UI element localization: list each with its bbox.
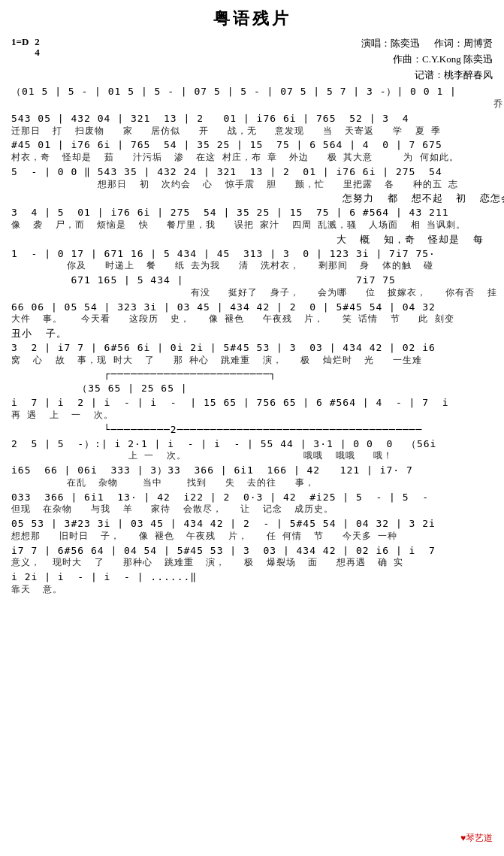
lyrics-line-17: 在乱 杂物 当中 找到 失 去的往 事，	[11, 477, 493, 489]
music-line-16: 2 5 | 5 -）:| i 2·1 | i - | i - | 55 44 |…	[11, 438, 493, 451]
music-line-18: 033 366 | 6i1 13· | 42 i22 | 2 0·3 | 42 …	[11, 492, 493, 504]
music-line-1: 543 05 | 432 04 | 321 13 | 2 01 | i76 6i…	[11, 113, 493, 126]
notation-block-13: （35 65 | 25 65 |	[11, 383, 493, 395]
lyrics-line-9: 大件 事。 今天看 这段历 史， 像 褪色 午夜残 片， 笑 话情 节 此 刻变	[11, 313, 493, 325]
notation-block-21: i 2i | i - | i - | ......‖靠天 意。	[11, 571, 493, 595]
music-line-10: 丑小 子。	[11, 328, 493, 340]
notation-block-8: 671 165 | 5 434 | 7i7 75 有没 挺好了 身子， 会为哪 …	[11, 274, 493, 298]
lyrics-line-5: 像 袭 尸，而 烦恼是 快 餐厅里，我 误把 家汁 四周 乱溅，骚 人场面 相 …	[11, 219, 493, 231]
notation-block-10: 丑小 子。	[11, 328, 493, 340]
music-line-7: 1 - | 0 17 | 671 16 | 5 434 | 45 313 | 3…	[11, 248, 493, 261]
music-line-12: ┌────────────────────────┐	[11, 368, 493, 381]
notation-block-2: #45 01 | i76 6i | 765 54 | 35 25 | 15 75…	[11, 139, 493, 163]
music-line-0: （01 5 | 5 - | 01 5 | 5 - | 07 5 | 5 - | …	[11, 86, 493, 98]
key-signature: 1=D	[11, 36, 29, 48]
lyricist: 周博贤	[463, 38, 493, 49]
music-line-4: 怎努力 都 想不起 初 恋怎会 改 变，情 但数字 我 屈指一 算	[11, 192, 493, 205]
music-line-2: #45 01 | i76 6i | 765 54 | 35 25 | 15 75…	[11, 139, 493, 152]
lyrics-line-0: 乔	[11, 98, 493, 110]
notation-block-12: ┌────────────────────────┐	[11, 368, 493, 381]
music-line-20: i7 7 | 6#56 64 | 04 54 | 5#45 53 | 3 03 …	[11, 545, 493, 558]
lyrics-line-19: 想想那 旧时日 子， 像 褪色 午夜残 片， 任 何情 节 今天多 一种	[11, 531, 493, 543]
song-info: 演唱：陈奕迅 作词：周博贤 作曲：C.Y.Kong 陈奕迅 记谱：桃李醉春风	[361, 36, 493, 83]
time-signature: 2 4	[35, 37, 40, 59]
notation-block-7: 1 - | 0 17 | 671 16 | 5 434 | 45 313 | 3…	[11, 248, 493, 272]
lyrics-line-11: 窝 心 故 事，现 时大 了 那 种心 跳难重 演， 极 灿烂时 光 一生难	[11, 355, 493, 367]
music-line-3: 5 - | 0 0 ‖ 543 35 | 432 24 | 321 13 | 2…	[11, 166, 493, 179]
notation-block-3: 5 - | 0 0 ‖ 543 35 | 432 24 | 321 13 | 2…	[11, 166, 493, 190]
music-line-17: i65 66 | 06i 333 | 3）33 366 | 6i1 166 | …	[11, 464, 493, 477]
lyricist-label: 作词：	[434, 38, 463, 49]
page-title: 粤语残片	[11, 8, 493, 30]
notation-block-9: 66 06 | 05 54 | 323 3i | 03 45 | 434 42 …	[11, 301, 493, 325]
notation-block-4: 怎努力 都 想不起 初 恋怎会 改 变，情 但数字 我 屈指一 算	[11, 192, 493, 205]
music-line-11: 3 2 | i7 7 | 6#56 6i | 0i 2i | 5#45 53 |…	[11, 342, 493, 355]
watermark: ♥琴艺道	[460, 832, 493, 845]
music-line-8: 671 165 | 5 434 | 7i7 75	[11, 274, 493, 287]
notation-block-15: └─────────2─────────────────────────────…	[11, 424, 493, 437]
performer-label: 演唱：	[361, 38, 391, 49]
composer: C.Y.Kong 陈奕迅	[422, 53, 493, 65]
lyrics-line-21: 靠天 意。	[11, 584, 493, 596]
arranger-label: 记谱：	[415, 69, 444, 80]
composer-label: 作曲：	[393, 53, 422, 65]
key-time-info: 1=D 2 4	[11, 36, 40, 59]
notation-block-1: 543 05 | 432 04 | 321 13 | 2 01 | i76 6i…	[11, 113, 493, 137]
music-line-19: 05 53 | 3#23 3i | 03 45 | 434 42 | 2 - |…	[11, 518, 493, 531]
music-line-13: （35 65 | 25 65 |	[11, 383, 493, 395]
music-line-14: i 7 | i 2 | i - | i - | 15 65 | 756 65 |…	[11, 397, 493, 410]
music-line-9: 66 06 | 05 54 | 323 3i | 03 45 | 434 42 …	[11, 301, 493, 314]
lyrics-line-14: 再 遇 上 一 次。	[11, 410, 493, 422]
lyrics-line-18: 但现 在杂物 与我 羊 家待 会散尽， 让 记念 成历史。	[11, 504, 493, 516]
lyrics-line-20: 意义， 现时大 了 那种心 跳难重 演， 极 爆裂场 面 想再遇 确 实	[11, 557, 493, 569]
notation-block-5: 3 4 | 5 01 | i76 6i | 275 54 | 35 25 | 1…	[11, 207, 493, 231]
music-line-21: i 2i | i - | i - | ......‖	[11, 571, 493, 584]
lyrics-line-2: 村衣，奇 怪却是 茹 汁污垢 渗 在这 村庄，布 章 外边 极 其大意 为 何如…	[11, 152, 493, 164]
notation-block-19: 05 53 | 3#23 3i | 03 45 | 434 42 | 2 - |…	[11, 518, 493, 542]
notation-block-20: i7 7 | 6#56 64 | 04 54 | 5#45 53 | 3 03 …	[11, 545, 493, 569]
lyrics-line-8: 有没 挺好了 身子， 会为哪 位 披嫁衣， 你有否 挂 念当天 这	[11, 287, 493, 299]
notation-block-14: i 7 | i 2 | i - | i - | 15 65 | 756 65 |…	[11, 397, 493, 421]
notation-block-18: 033 366 | 6i1 13· | 42 i22 | 2 0·3 | 42 …	[11, 492, 493, 516]
music-line-6: 大 概 知，奇 怪却是 每 每恋一次，我 慢总 逐渐 感 得越浅，令 人动心 已…	[11, 234, 493, 247]
performer: 陈奕迅	[391, 38, 420, 49]
lyrics-line-16: 上 一 次。 哦哦 哦哦 哦！	[11, 450, 493, 462]
music-line-5: 3 4 | 5 01 | i76 6i | 275 54 | 35 25 | 1…	[11, 207, 493, 219]
arranger: 桃李醉春风	[444, 69, 493, 80]
notation-block-0: （01 5 | 5 - | 01 5 | 5 - | 07 5 | 5 - | …	[11, 86, 493, 110]
lyrics-line-1: 迁那日 打 扫废物 家 居仿似 开 战，无 意发现 当 天寄返 学 夏 季	[11, 126, 493, 138]
music-line-15: └─────────2─────────────────────────────…	[11, 424, 493, 437]
lyrics-line-7: 你及 时递上 餐 纸 去为我 清 洗村衣， 剩那间 身 体的触 碰	[11, 260, 493, 272]
notation-block-6: 大 概 知，奇 怪却是 每 每恋一次，我 慢总 逐渐 感 得越浅，令 人动心 已…	[11, 234, 493, 247]
notation-block-11: 3 2 | i7 7 | 6#56 6i | 0i 2i | 5#45 53 |…	[11, 342, 493, 366]
lyrics-line-3: 想那日 初 次约会 心 惊手震 胆 颤，忙 里把露 各 种的五 志	[11, 179, 493, 191]
notation-block-17: i65 66 | 06i 333 | 3）33 366 | 6i1 166 | …	[11, 464, 493, 488]
music-content: （01 5 | 5 - | 01 5 | 5 - | 07 5 | 5 - | …	[11, 86, 493, 595]
notation-block-16: 2 5 | 5 -）:| i 2·1 | i - | i - | 55 44 |…	[11, 438, 493, 462]
